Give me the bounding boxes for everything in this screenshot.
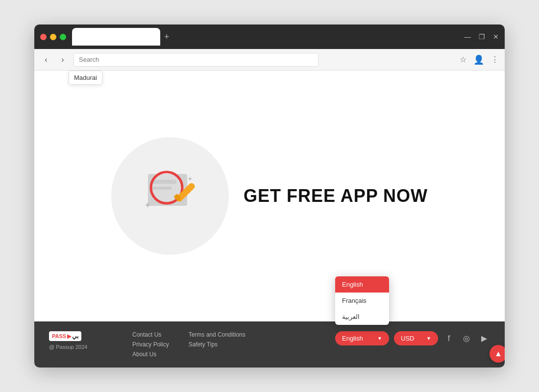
instagram-icon[interactable]: ◎ [461,333,472,344]
no-results-illustration: ✦ ✦ [111,137,229,255]
logo-arabic-text: بي [72,333,78,340]
language-chevron-icon: ▼ [377,336,382,341]
browser-window: + — ❐ ✕ ‹ › ☆ 👤 ⋮ Madurai [34,24,505,368]
close-button[interactable]: ✕ [493,33,499,41]
window-controls: — ❐ ✕ [464,33,499,41]
lang-option-arabic[interactable]: العربية [335,309,389,325]
currency-label: USD [401,335,414,342]
address-bar: ‹ › ☆ 👤 ⋮ [34,49,505,71]
selects-row: English ▼ English Français العربية [335,331,490,345]
lang-option-french[interactable]: Français [335,293,389,309]
logo-arrow-icon: ▶ [67,333,71,340]
currency-select-button[interactable]: USD ▼ [394,331,438,345]
title-bar: + — ❐ ✕ [34,24,505,49]
maximize-traffic-light[interactable] [60,34,66,40]
social-icons: f ◎ ▶ [443,333,490,344]
footer-links-col1: Contact Us Privacy Policy About Us [132,331,169,358]
menu-icon[interactable]: ⋮ [491,55,499,64]
cta-text: GET FREE APP NOW [244,186,428,206]
lang-option-english[interactable]: English [335,276,389,293]
traffic-lights [40,34,66,40]
footer-controls: English ▼ English Français العربية [335,331,490,345]
scroll-to-top-button[interactable]: ▲ [490,345,505,363]
privacy-policy-link[interactable]: Privacy Policy [132,341,169,348]
minimize-button[interactable]: — [464,33,471,41]
new-tab-button[interactable]: + [164,32,170,42]
address-icons: ☆ 👤 ⋮ [460,54,499,65]
language-selector-wrapper: English ▼ English Français العربية [335,331,389,345]
logo-pass-text: PASS [52,333,66,339]
language-select-button[interactable]: English ▼ [335,331,389,345]
facebook-icon[interactable]: f [443,333,455,344]
language-label: English [342,335,363,342]
address-input[interactable] [74,53,318,67]
main-area: ✦ ✦ GET FREE APP NOW [34,71,505,321]
autocomplete-dropdown[interactable]: Madurai [69,71,102,85]
tab-area: + [72,28,464,46]
currency-chevron-icon: ▼ [426,336,431,341]
svg-text:✦: ✦ [187,175,193,183]
footer-links-col2: Terms and Conditions Safety Tips [189,331,245,348]
terms-link[interactable]: Terms and Conditions [189,331,245,338]
profile-icon[interactable]: 👤 [473,54,484,65]
safety-tips-link[interactable]: Safety Tips [189,341,245,348]
maximize-button[interactable]: ❐ [479,33,485,41]
autocomplete-value: Madurai [74,74,97,81]
footer-logo: PASS ▶ بي [49,331,113,341]
magnifier-svg: ✦ ✦ [133,159,207,233]
back-button[interactable]: ‹ [40,55,52,64]
browser-tab[interactable] [72,28,160,46]
copyright-text: @ Passup 2024 [49,344,113,350]
youtube-icon[interactable]: ▶ [478,333,490,344]
footer-logo-area: PASS ▶ بي @ Passup 2024 [49,331,113,350]
contact-us-link[interactable]: Contact Us [132,331,169,338]
svg-text:✦: ✦ [144,200,151,210]
page-content: Madurai ✦ ✦ [34,71,505,368]
footer: PASS ▶ بي @ Passup 2024 Contact Us Priva… [34,321,505,368]
language-dropdown: English Français العربية [335,276,389,325]
bookmark-icon[interactable]: ☆ [460,55,466,64]
minimize-traffic-light[interactable] [50,34,56,40]
forward-button[interactable]: › [57,55,69,64]
logo-box: PASS ▶ بي [49,331,81,341]
close-traffic-light[interactable] [40,34,47,40]
about-us-link[interactable]: About Us [132,351,169,358]
footer-inner: PASS ▶ بي @ Passup 2024 Contact Us Priva… [49,331,490,358]
